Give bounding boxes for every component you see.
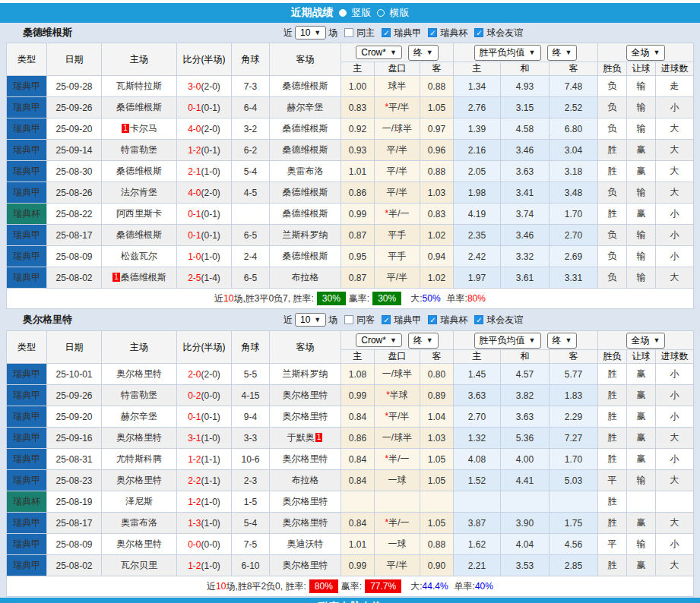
wdl-average-select[interactable]: 胜平负均值▼ <box>474 333 541 349</box>
same-home-label[interactable]: 同主 <box>356 27 375 39</box>
ah-away-odds-cell: 1.05 <box>420 513 454 534</box>
match-count-select[interactable]: 10▼ <box>295 313 326 327</box>
league2-checkbox[interactable] <box>428 315 437 324</box>
goals-result-cell: 小 <box>656 449 694 470</box>
same-away-checkbox[interactable] <box>344 315 353 324</box>
avg-away-odds-cell: 5.03 <box>550 470 598 491</box>
bookmaker-select[interactable]: Crow*▼ <box>356 46 402 59</box>
avg-away-odds-cell: 2.52 <box>550 97 598 118</box>
handicap-cell: 一/球半 <box>375 118 420 140</box>
match-row: 瑞典甲25-08-09奥尔格里特0-0(0-0)7-5奥迪沃特1.01一球0.8… <box>7 534 694 555</box>
date-cell: 25-09-14 <box>47 140 102 161</box>
away-team-cell: 桑德维根斯 <box>270 204 341 225</box>
avg-home-odds-cell: 2.05 <box>454 161 501 182</box>
result-cell: 胜 <box>598 364 627 385</box>
league3-label[interactable]: 球会友谊 <box>486 314 523 327</box>
match-row: 瑞典甲25-08-23奥尔格里特2-2(1-1)2-3布拉格0.84一球1.05… <box>7 470 694 491</box>
away-team-cell: 奥迪沃特 <box>270 534 341 555</box>
wdl-time-select[interactable]: 终▼ <box>547 333 578 349</box>
home-team-cell: 法尔肯堡 <box>102 182 177 204</box>
ah-away-odds-cell: 1.05 <box>420 449 454 470</box>
league2-checkbox[interactable] <box>428 28 437 37</box>
handicap-result-cell: 赢 <box>627 161 656 182</box>
competition-cell: 瑞典甲 <box>7 118 47 140</box>
corner-cell: 2-4 <box>232 246 270 267</box>
col-away: 客场 <box>270 331 341 364</box>
col-home: 主场 <box>102 331 177 364</box>
col-home: 主场 <box>102 43 177 76</box>
league3-checkbox[interactable] <box>474 28 483 37</box>
corner-cell: 6-10 <box>232 555 270 576</box>
competition-cell: 瑞典甲 <box>7 97 47 118</box>
ah-home-odds-cell: 0.99 <box>341 555 375 576</box>
avg-draw-odds-cell: 3.46 <box>501 225 550 246</box>
rank-badge: 1 <box>112 273 120 282</box>
vertical-layout-radio[interactable] <box>339 9 347 17</box>
date-cell: 25-08-19 <box>47 491 102 513</box>
league2-label[interactable]: 瑞典杯 <box>440 27 467 39</box>
ah-away-odds-cell: 0.88 <box>420 161 454 182</box>
score-cell: 1-3(1-0) <box>177 513 232 534</box>
chevron-down-icon: ▼ <box>654 49 660 56</box>
league2-label[interactable]: 瑞典杯 <box>440 314 467 327</box>
goals-result-cell: 小 <box>656 97 694 118</box>
col-date: 日期 <box>47 331 102 364</box>
horizontal-layout-radio[interactable] <box>377 9 385 17</box>
corner-cell: 5-4 <box>232 161 270 182</box>
avg-draw-odds-cell: 3.15 <box>501 97 550 118</box>
odds-time-select[interactable]: 终▼ <box>408 333 439 349</box>
league1-label[interactable]: 瑞典甲 <box>394 27 421 39</box>
handicap-result-cell: 赢 <box>627 385 656 406</box>
avg-home-odds-cell: 2.35 <box>454 225 501 246</box>
date-cell: 25-08-09 <box>47 246 102 267</box>
horizontal-layout-label[interactable]: 横版 <box>390 6 410 20</box>
bookmaker-select[interactable]: Crow*▼ <box>356 333 402 347</box>
same-away-label[interactable]: 同客 <box>356 314 375 327</box>
result-cell: 胜 <box>598 449 627 470</box>
handicap-cell: 一球 <box>375 534 420 555</box>
handicap-cell: *半/一 <box>375 449 420 470</box>
score-cell: 2-2(1-1) <box>177 470 232 491</box>
league1-checkbox[interactable] <box>382 28 391 37</box>
col-away: 客场 <box>270 43 341 76</box>
scope-select[interactable]: 全场▼ <box>626 45 666 61</box>
col-goals: 进球数 <box>656 62 694 76</box>
corner-cell: 1-5 <box>232 491 270 513</box>
avg-home-odds-cell: 4.19 <box>454 204 501 225</box>
score-cell: 0-1(0-1) <box>177 406 232 428</box>
away-team-cell: 桑德维根斯 <box>270 140 341 161</box>
result-cell: 胜 <box>598 428 627 449</box>
same-home-checkbox[interactable] <box>344 28 353 37</box>
match-count-select[interactable]: 10▼ <box>295 26 326 39</box>
league1-label[interactable]: 瑞典甲 <box>394 314 421 327</box>
scope-select[interactable]: 全场▼ <box>626 333 666 349</box>
wdl-average-select[interactable]: 胜平负均值▼ <box>474 45 541 61</box>
vertical-layout-label[interactable]: 竖版 <box>352 6 372 20</box>
handicap-cell: *半/一 <box>375 204 420 225</box>
away-team-cell: 桑德维根斯 <box>270 118 341 140</box>
match-row: 瑞典甲25-08-02瓦尔贝里1-2(1-0)6-10奥尔格里特0.99平/半0… <box>7 555 694 576</box>
league1-checkbox[interactable] <box>382 315 391 324</box>
away-team-cell: 布拉格 <box>270 470 341 491</box>
handicap-cell: *半球 <box>375 385 420 406</box>
ah-home-odds-cell <box>341 491 375 513</box>
ah-away-odds-cell: 0.88 <box>420 76 454 97</box>
league3-label[interactable]: 球会友谊 <box>486 27 523 39</box>
away-team-cell: 兰斯科罗纳 <box>270 225 341 246</box>
ah-home-odds-cell: 1.08 <box>341 364 375 385</box>
league3-checkbox[interactable] <box>474 315 483 324</box>
goals-result-cell: 大 <box>656 118 694 140</box>
avg-home-odds-cell: 2.21 <box>454 555 501 576</box>
ah-away-odds-cell: 0.96 <box>420 140 454 161</box>
avg-home-odds-cell <box>454 491 501 513</box>
result-cell: 胜 <box>598 204 627 225</box>
avg-draw-odds-cell: 3.63 <box>501 406 550 428</box>
avg-away-odds-cell: 1.70 <box>550 449 598 470</box>
col-result: 胜负 <box>598 350 627 364</box>
away-team-cell: 奥尔格里特 <box>270 449 341 470</box>
result-cell: 负 <box>598 76 627 97</box>
wdl-time-select[interactable]: 终▼ <box>547 45 578 61</box>
handicap-result-cell: 输 <box>627 182 656 204</box>
odds-time-select[interactable]: 终▼ <box>408 45 439 61</box>
filter-controls: 近 10▼ 场 同客 瑞典甲 瑞典杯 球会友谊 <box>283 313 523 327</box>
